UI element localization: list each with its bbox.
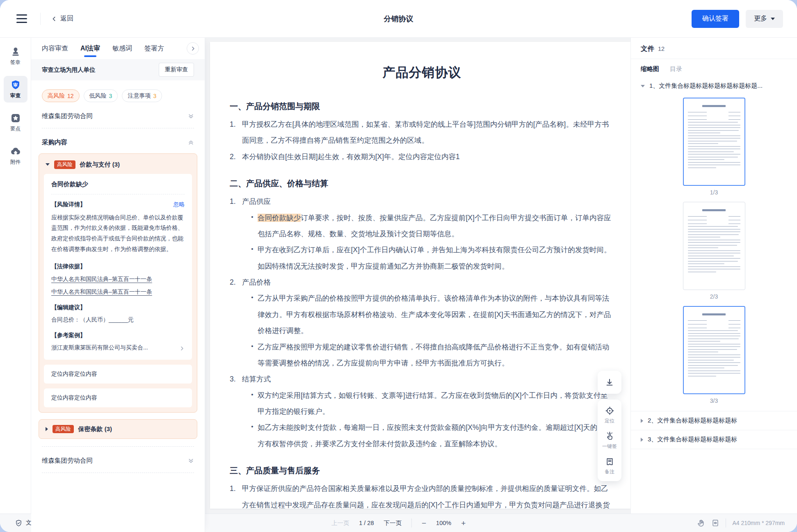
- thumbnail-form-line: [688, 114, 740, 116]
- tab-内容审查[interactable]: 内容审查: [42, 38, 68, 59]
- thumbnail-text-line: [688, 138, 740, 139]
- chevron-down-icon: [771, 18, 775, 20]
- tab-签署方[interactable]: 签署方: [144, 38, 164, 59]
- download-button[interactable]: [598, 371, 621, 394]
- file-collection-item[interactable]: 2、文件集合标题标题标题标题标: [631, 411, 797, 430]
- risk-badge-notice[interactable]: 注意事项3: [122, 89, 162, 102]
- risk-group-header[interactable]: 高风险 价款与支付 (3): [44, 159, 192, 174]
- tool-一键签[interactable]: 一键签: [602, 432, 617, 450]
- thumbnail-text-line: [688, 167, 716, 168]
- doc-list-item: 2.本分销协议自[生效日期]起生效，有效期为[X]年。定位内容定位内容1: [230, 149, 614, 165]
- doc-list-item: 2.产品价格•乙方从甲方采购产品的价格按照甲方提供的价格清单执行。该价格清单作为…: [230, 274, 614, 371]
- doc-list-item: 1.甲方保证所供应的产品符合国家相关质量标准以及甲方企业内部的质量控制标准，并提…: [230, 481, 614, 509]
- file-collection-label: 1、文件集合标题标题标题标题标题标题...: [649, 82, 763, 90]
- tool-label: 备注: [605, 468, 614, 475]
- thumbnail-text-line: [688, 226, 738, 227]
- thumbnail-text-line: [688, 122, 738, 123]
- tool-备注[interactable]: 备注: [605, 457, 614, 475]
- thumbnail-text-line: [688, 336, 740, 336]
- locate-content-card[interactable]: 定位内容定位内容: [44, 388, 192, 407]
- document-area: 产品分销协议 一、产品分销范围与期限1.甲方授权乙方在[具体的地理区域范围，如某…: [205, 38, 630, 514]
- doc-list-item: 1.甲方授权乙方在[具体的地理区域范围，如某省、某市或特定的线上平台等]范围内分…: [230, 116, 614, 149]
- file-collection-item[interactable]: 3、文件集合标题标题标题标题标: [631, 430, 797, 449]
- reference-case-link[interactable]: 浙江麦斯康莱医药有限公司与买卖合...: [51, 344, 185, 352]
- risk-detail-card: 合同价款缺少 【风险详情】 忽略 应根据实际交易情况明确合同总价、单价以及价款覆…: [44, 174, 192, 360]
- thumbnail-text-line: [688, 269, 740, 269]
- file-collection-item[interactable]: 1、文件集合标题标题标题标题标题标题...: [631, 77, 797, 95]
- risk-badge-high[interactable]: 高风险12: [42, 89, 80, 102]
- files-tab-缩略图[interactable]: 缩略图: [641, 65, 659, 73]
- back-button[interactable]: 返回: [51, 14, 73, 23]
- page-thumbnail[interactable]: [683, 202, 745, 290]
- tabs-overflow-button[interactable]: [187, 42, 199, 55]
- law-basis-link[interactable]: 中华人名共和国民法典–第五百一十一条: [51, 276, 185, 283]
- risk-group-header[interactable]: 高风险 保密条款 (3): [44, 420, 192, 438]
- category-row[interactable]: 采购内容: [42, 138, 194, 147]
- tab-敏感词[interactable]: 敏感词: [112, 38, 132, 59]
- doc-list-item: 3.结算方式•双方约定采用[结算方式，如银行转账、支票等]进行结算。乙方应在收到…: [230, 371, 614, 452]
- bullet-dot: •: [247, 290, 258, 339]
- tool-定位[interactable]: 定位: [605, 406, 614, 425]
- caret-right-icon: [641, 419, 643, 423]
- next-page-button[interactable]: 下一页: [384, 519, 402, 527]
- doc-section-heading: 二、产品供应、价格与结算: [230, 177, 614, 190]
- review-shield-icon: 审: [10, 80, 21, 90]
- rail-item-keypoints[interactable]: 要点: [4, 109, 27, 136]
- rail-item-review[interactable]: 审审查: [4, 76, 27, 103]
- thumbnail-text-line: [688, 357, 740, 358]
- reference-case-label: 【参考案例】: [51, 332, 185, 339]
- law-basis-link[interactable]: 中华人名共和国民法典–第五百一十一条: [51, 288, 185, 296]
- file-collection-label: 3、文件集合标题标题标题标题标: [648, 436, 737, 443]
- bullet-dot: •: [247, 388, 258, 420]
- thumbnail-text-line: [688, 365, 738, 366]
- thumbnail-text-line: [688, 253, 740, 253]
- page-thumbnail[interactable]: [683, 98, 745, 186]
- menu-button[interactable]: [14, 12, 30, 25]
- contract-group-bottom[interactable]: 维森集团劳动合同: [42, 457, 194, 465]
- bullet-dot: •: [247, 242, 258, 274]
- doc-bullet-list: •乙方从甲方采购产品的价格按照甲方提供的价格清单执行。该价格清单作为本协议的附件…: [247, 290, 614, 371]
- double-chevron-up-icon: [188, 139, 194, 146]
- thumbnail-form-line: [688, 222, 740, 224]
- hand-pan-icon[interactable]: [697, 519, 705, 527]
- more-button[interactable]: 更多: [746, 10, 783, 28]
- contract-group-top[interactable]: 维森集团劳动合同: [42, 112, 194, 121]
- zoom-out-button[interactable]: −: [422, 519, 426, 527]
- doc-item-line: 产品价格: [242, 274, 614, 290]
- thumbnail-text-line: [688, 344, 740, 345]
- dashed-divider: [42, 473, 194, 473]
- locate-content-card[interactable]: 定位内容定位内容: [44, 365, 192, 384]
- thumbnail-form-line: [688, 219, 740, 220]
- rerun-review-button[interactable]: 重新审查: [159, 63, 194, 77]
- left-rail: 签章审审查要点附件: [0, 38, 31, 514]
- confirm-sign-button[interactable]: 确认签署: [692, 10, 739, 28]
- thumbnail-title-line: [702, 209, 725, 211]
- page-thumbnail[interactable]: [683, 306, 745, 394]
- rail-item-attachments[interactable]: 附件: [4, 142, 27, 169]
- rail-item-seal[interactable]: 签章: [4, 43, 27, 69]
- thumbnail-text-line: [688, 240, 740, 240]
- doc-item-number: 2.: [230, 274, 242, 371]
- doc-bullet-list: •双方约定采用[结算方式，如银行转账、支票等]进行结算。乙方应在收到货物后的[X…: [247, 388, 614, 452]
- target-icon: [605, 406, 614, 416]
- review-stance-row: 审查立场为用人单位 重新审查: [31, 59, 205, 80]
- law-basis-label: 【法律依据】: [51, 263, 185, 270]
- top-bar: 返回 分销协议 确认签署 更多: [0, 0, 797, 38]
- edit-suggestion-text: 合同总价：（人民币）______元: [51, 316, 185, 324]
- doc-bullet-item: •乙方应严格按照甲方规定的建议零售价进行销售，不得擅自抬高或降低产品价格进行不正…: [247, 339, 614, 372]
- fit-width-icon[interactable]: [711, 519, 719, 527]
- risk-highlight[interactable]: 合同价款缺少: [258, 214, 301, 222]
- ignore-button[interactable]: 忽略: [173, 201, 185, 208]
- tab-AI法审[interactable]: AI法审: [80, 38, 100, 59]
- files-tab-目录[interactable]: 目录: [670, 65, 682, 73]
- thumbnail-text-line: [688, 146, 740, 147]
- risk-badge-low[interactable]: 低风险3: [84, 89, 118, 102]
- zoom-in-button[interactable]: +: [461, 519, 466, 527]
- thumbnail-text-line: [688, 154, 740, 155]
- doc-item-number: 3.: [230, 371, 242, 452]
- doc-item-text: 产品价格•乙方从甲方采购产品的价格按照甲方提供的价格清单执行。该价格清单作为本协…: [242, 274, 614, 371]
- bullet-dot: •: [247, 420, 258, 452]
- prev-page-button[interactable]: 上一页: [331, 519, 349, 527]
- document-title: 产品分销协议: [230, 64, 614, 81]
- thumbnail-text-line: [688, 143, 718, 144]
